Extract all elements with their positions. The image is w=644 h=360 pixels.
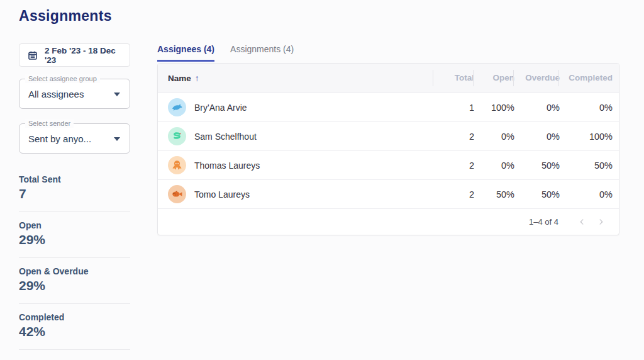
fish-icon xyxy=(171,188,183,200)
pagination-range-label: 1–4 of 4 xyxy=(529,217,558,227)
column-header-open[interactable]: Open xyxy=(474,64,514,93)
assignee-name: Thomas Laureys xyxy=(194,160,260,171)
table-row[interactable]: Bry'Ana Arvie 1 100% 0% 0% xyxy=(158,93,619,121)
completed-value: 0% xyxy=(560,189,613,200)
column-header-name[interactable]: Name ↑ xyxy=(168,73,434,83)
avatar xyxy=(168,156,186,174)
table-header: Name ↑ Total Open Overdue Completed xyxy=(158,64,619,93)
stat-value: 29% xyxy=(19,232,130,247)
stat-value: 42% xyxy=(19,324,130,339)
open-value: 0% xyxy=(474,132,514,142)
summary-stats: Total Sent 7 Open 29% Open & Overdue 29%… xyxy=(19,166,130,350)
total-value: 1 xyxy=(434,103,474,113)
snake-icon xyxy=(171,130,183,142)
dolphin-icon xyxy=(171,101,183,113)
assignee-name: Tomo Laureys xyxy=(194,189,250,200)
chevron-down-icon xyxy=(114,93,120,96)
main-tabs: Assignees (4) Assignments (4) xyxy=(157,44,294,62)
avatar xyxy=(168,185,186,203)
stat-label: Open xyxy=(19,220,130,230)
total-value: 2 xyxy=(434,189,474,200)
sender-label: Select sender xyxy=(25,119,74,128)
stat-label: Total Sent xyxy=(19,174,130,184)
table-row[interactable]: Thomas Laureys 2 0% 50% 50% xyxy=(158,150,619,179)
chevron-down-icon xyxy=(114,137,120,141)
column-header-completed[interactable]: Completed xyxy=(560,64,613,93)
date-range-picker[interactable]: 2 Feb '23 - 18 Dec '23 xyxy=(19,43,130,67)
assignee-name: Sam Schelfhout xyxy=(194,132,257,142)
stat-label: Open & Overdue xyxy=(19,266,130,276)
assignee-name: Bry'Ana Arvie xyxy=(194,103,247,113)
column-header-total[interactable]: Total xyxy=(434,64,474,93)
completed-value: 0% xyxy=(560,103,613,113)
overdue-value: 0% xyxy=(514,103,560,113)
overdue-value: 50% xyxy=(514,189,560,200)
overdue-value: 50% xyxy=(514,160,560,171)
column-header-overdue[interactable]: Overdue xyxy=(514,64,560,93)
stat-open: Open 29% xyxy=(19,212,130,258)
assignee-group-label: Select assignee group xyxy=(25,74,100,83)
open-value: 50% xyxy=(474,189,514,200)
column-header-label: Name xyxy=(168,74,191,83)
avatar xyxy=(168,127,186,145)
stat-value: 7 xyxy=(19,186,130,201)
filters-sidebar: 2 Feb '23 - 18 Dec '23 Select assignee g… xyxy=(19,43,130,350)
assignee-cell: Tomo Laureys xyxy=(168,185,434,203)
table-pagination: 1–4 of 4 xyxy=(158,208,619,235)
stat-completed: Completed 42% xyxy=(19,304,130,350)
table-row[interactable]: Tomo Laureys 2 50% 50% 0% xyxy=(158,179,619,208)
overdue-value: 0% xyxy=(514,132,560,142)
table-body: Bry'Ana Arvie 1 100% 0% 0% Sam Schelfhou… xyxy=(158,93,619,208)
stat-open-overdue: Open & Overdue 29% xyxy=(19,258,130,304)
chevron-right-icon[interactable] xyxy=(591,213,610,232)
stat-label: Completed xyxy=(19,312,130,322)
assignees-table: Name ↑ Total Open Overdue Completed Bry'… xyxy=(157,63,619,235)
stat-total-sent: Total Sent 7 xyxy=(19,166,130,212)
completed-value: 50% xyxy=(560,160,613,171)
calendar-icon xyxy=(28,50,38,60)
date-range-value: 2 Feb '23 - 18 Dec '23 xyxy=(45,46,121,65)
stat-value: 29% xyxy=(19,278,130,293)
completed-value: 100% xyxy=(560,132,613,142)
assignee-group-select[interactable]: Select assignee group All assignees xyxy=(19,79,130,109)
sort-ascending-icon: ↑ xyxy=(195,73,199,83)
open-value: 100% xyxy=(474,103,514,113)
tab-assignees[interactable]: Assignees (4) xyxy=(157,44,214,62)
assignee-cell: Sam Schelfhout xyxy=(168,127,434,145)
tab-assignments[interactable]: Assignments (4) xyxy=(230,44,294,62)
avatar xyxy=(168,98,186,116)
assignee-cell: Bry'Ana Arvie xyxy=(168,98,434,116)
table-row[interactable]: Sam Schelfhout 2 0% 0% 100% xyxy=(158,121,619,150)
assignee-cell: Thomas Laureys xyxy=(168,156,434,174)
sender-select[interactable]: Select sender Sent by anyo... xyxy=(19,123,130,154)
assignee-group-value: All assignees xyxy=(28,89,84,99)
page-title: Assignments xyxy=(19,8,112,25)
octopus-icon xyxy=(171,159,183,171)
chevron-left-icon[interactable] xyxy=(572,213,591,232)
total-value: 2 xyxy=(434,160,474,171)
open-value: 0% xyxy=(474,160,514,171)
sender-value: Sent by anyo... xyxy=(28,133,91,144)
total-value: 2 xyxy=(434,132,474,142)
